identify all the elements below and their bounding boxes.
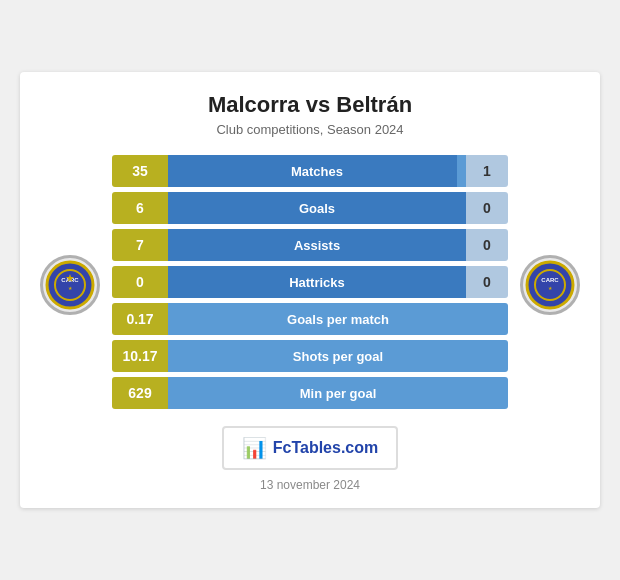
stat-row-matches: 35 Matches 1: [112, 155, 508, 187]
stat-rows: 35 Matches 1 6 Goals 0 7 Assists 0 0: [112, 155, 508, 298]
logo-section: 📊 FcTables.com: [40, 426, 580, 470]
stat-full-label: Goals per match: [287, 312, 389, 327]
stat-left-val: 0: [112, 266, 168, 298]
stat-left-val: 6: [112, 192, 168, 224]
stat-bar-bg: Matches: [168, 155, 466, 187]
stat-label: Assists: [294, 238, 340, 253]
stat-row-goals: 6 Goals 0: [112, 192, 508, 224]
stat-full-row-shots-per-goal: 10.17 Shots per goal: [112, 340, 508, 372]
stat-right-val: 0: [466, 192, 508, 224]
stat-bar-bg: Hattricks: [168, 266, 466, 298]
stat-full-label: Shots per goal: [293, 349, 383, 364]
stat-full-left-val: 10.17: [112, 340, 168, 372]
left-team-badge: CARC ★: [40, 255, 100, 315]
logo-chart-icon: 📊: [242, 436, 267, 460]
stat-full-label: Min per goal: [300, 386, 377, 401]
comparison-card: Malcorra vs Beltrán Club competitions, S…: [20, 72, 600, 508]
stat-full-bar: Min per goal: [168, 377, 508, 409]
match-title: Malcorra vs Beltrán: [40, 92, 580, 118]
stat-bar-bg: Goals: [168, 192, 466, 224]
stat-full-row-goals-per-match: 0.17 Goals per match: [112, 303, 508, 335]
stat-label: Matches: [291, 164, 343, 179]
stat-left-val: 7: [112, 229, 168, 261]
stat-right-val: 1: [466, 155, 508, 187]
stat-right-val: 0: [466, 229, 508, 261]
stat-row-hattricks: 0 Hattricks 0: [112, 266, 508, 298]
stat-full-rows: 0.17 Goals per match 10.17 Shots per goa…: [112, 303, 508, 409]
stat-full-row-min-per-goal: 629 Min per goal: [112, 377, 508, 409]
stat-bar-bg: Assists: [168, 229, 466, 261]
stat-right-val: 0: [466, 266, 508, 298]
footer-date: 13 november 2024: [40, 478, 580, 492]
svg-text:CARC: CARC: [541, 277, 559, 283]
stat-full-bar: Shots per goal: [168, 340, 508, 372]
stats-block: 35 Matches 1 6 Goals 0 7 Assists 0 0: [112, 155, 508, 414]
stat-label: Goals: [299, 201, 335, 216]
stat-label: Hattricks: [289, 275, 345, 290]
right-team-badge: CARC ★: [520, 255, 580, 315]
main-content-row: CARC ★ 35 Matches 1 6 Goals 0 7: [40, 155, 580, 414]
stat-left-val: 35: [112, 155, 168, 187]
logo-text: FcTables.com: [273, 439, 379, 457]
stat-full-bar: Goals per match: [168, 303, 508, 335]
stat-full-left-val: 0.17: [112, 303, 168, 335]
fctables-logo: 📊 FcTables.com: [222, 426, 399, 470]
stat-full-left-val: 629: [112, 377, 168, 409]
match-subtitle: Club competitions, Season 2024: [40, 122, 580, 137]
stat-row-assists: 7 Assists 0: [112, 229, 508, 261]
